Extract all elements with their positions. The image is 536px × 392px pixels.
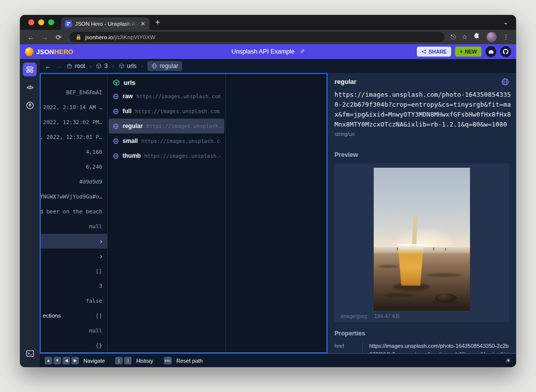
edit-title-icon[interactable]: ✎ xyxy=(300,48,305,55)
minimize-window-button[interactable] xyxy=(38,19,44,25)
path-back-icon[interactable]: ← xyxy=(45,63,51,70)
reload-icon[interactable]: ⟳ xyxy=(53,33,65,41)
github-icon xyxy=(502,48,509,55)
share-nodes-icon xyxy=(421,49,426,54)
jsonhero-favicon xyxy=(65,20,72,27)
json-row[interactable]: › xyxy=(41,234,107,249)
jsonhero-logo[interactable]: JSONHERO xyxy=(25,47,73,56)
json-row[interactable]: false xyxy=(41,293,107,308)
document-title: Unsplash API Example xyxy=(231,48,294,55)
page-url: jsonhero.io/j/tJIKnpVtY0XW xyxy=(85,34,155,40)
image-stone xyxy=(435,294,457,302)
json-row[interactable]: 4,160 xyxy=(41,144,107,159)
logo-text-json: JSON xyxy=(36,48,54,56)
breadcrumb-separator: › xyxy=(90,63,92,69)
json-row-value: 4,160 xyxy=(86,149,102,155)
column-title: urls xyxy=(124,79,135,86)
globe-icon xyxy=(113,153,119,159)
terminal-icon xyxy=(26,349,34,358)
new-tab-button[interactable]: + xyxy=(155,18,160,27)
properties-heading: Properties xyxy=(335,330,509,337)
json-row[interactable]: 1, 2022, 12:32:01 P… xyxy=(41,130,107,144)
url-bar[interactable]: 🔒 jsonhero.io/j/tJIKnpVtY0XW xyxy=(69,32,445,42)
json-row[interactable]: › xyxy=(41,249,107,263)
table-divider xyxy=(362,342,363,353)
json-row[interactable]: 6,240 xyxy=(41,159,107,174)
url-entry-regular[interactable]: regularhttps://images.unsplash.com… xyxy=(109,119,224,133)
urls-list: rawhttps://images.unsplash.com/ph…fullht… xyxy=(108,89,225,163)
cube-icon xyxy=(96,63,102,69)
breadcrumb-3[interactable]: 3 xyxy=(96,63,108,69)
terminal-button[interactable] xyxy=(23,346,37,360)
tab-search-chevron-icon[interactable]: ⌄ xyxy=(503,19,508,26)
url-entry-full[interactable]: fullhttps://images.unsplash.com/ph… xyxy=(109,104,224,119)
json-row[interactable]: null xyxy=(41,219,107,234)
profile-avatar[interactable] xyxy=(486,32,497,42)
breadcrumb-regular[interactable]: regular xyxy=(147,61,182,71)
share-page-icon[interactable]: ⎋ xyxy=(451,33,456,41)
extensions-puzzle-icon[interactable] xyxy=(473,33,480,41)
theme-toggle-icon[interactable]: ☀ xyxy=(505,357,511,364)
json-row[interactable]: null xyxy=(41,323,107,338)
close-window-button[interactable] xyxy=(28,19,34,25)
discord-icon xyxy=(488,49,494,55)
value-type-label: string/uri xyxy=(335,131,509,137)
json-row[interactable]: 0, 2022, 2:10:14 AM … xyxy=(41,100,107,115)
breadcrumb-label: root xyxy=(75,63,85,69)
history-label: History xyxy=(136,358,153,364)
breadcrumb-root[interactable]: root xyxy=(67,63,85,69)
bookmark-star-icon[interactable]: ☆ xyxy=(462,33,468,41)
preview-heading: Preview xyxy=(335,151,509,158)
json-row-value: [] xyxy=(96,268,102,274)
url-entry-small[interactable]: smallhttps://images.unsplash.com/p… xyxy=(109,133,224,148)
breadcrumb-label: urls xyxy=(127,63,136,69)
cube-icon xyxy=(113,79,120,86)
path-forward-icon[interactable]: → xyxy=(56,63,62,70)
key-left-icon: ◀ xyxy=(63,357,70,364)
json-row[interactable]: 7jYNGWX?wWVjYod9Ga#o… xyxy=(41,189,107,204)
json-row[interactable]: ections[] xyxy=(41,308,107,323)
json-row[interactable]: BEF_Eh6FmAI xyxy=(41,85,107,100)
json-row[interactable]: 3 xyxy=(41,278,107,293)
key-up-icon: ▲ xyxy=(45,357,52,364)
tab-close-icon[interactable]: ✕ xyxy=(140,21,145,27)
json-row[interactable]: 1, 2022, 12:32:02 PM… xyxy=(41,115,107,130)
browser-toolbar: ← → ⟳ 🔒 jsonhero.io/j/tJIKnpVtY0XW ⎋ ☆ ⋮ xyxy=(20,30,516,44)
key-right-icon: ▶ xyxy=(71,357,79,364)
globe-icon xyxy=(151,63,157,69)
lock-icon: 🔒 xyxy=(75,34,81,40)
logo-text-hero: HERO xyxy=(54,48,73,56)
discord-button[interactable] xyxy=(485,46,496,57)
navigate-label: Navigate xyxy=(83,358,105,364)
breadcrumb-separator: › xyxy=(141,63,143,69)
json-row-value: null xyxy=(89,223,103,230)
breadcrumb-urls[interactable]: urls xyxy=(119,63,136,69)
column-view-button[interactable] xyxy=(23,63,37,76)
property-value[interactable]: https://images.unsplash.com/photo-164350… xyxy=(369,342,509,353)
code-icon: </> xyxy=(27,84,33,90)
share-label: SHARE xyxy=(429,49,447,55)
github-button[interactable] xyxy=(500,46,511,57)
key-bracket-right: ] xyxy=(124,357,132,364)
share-button[interactable]: SHARE xyxy=(417,47,452,57)
json-row[interactable]: [] xyxy=(41,263,107,278)
json-row-key: ections xyxy=(43,313,61,319)
json-row[interactable]: old beer on the beach xyxy=(41,204,107,219)
url-entry-raw[interactable]: rawhttps://images.unsplash.com/ph… xyxy=(109,89,224,104)
editor-view-button[interactable]: </> xyxy=(23,80,37,94)
browser-menu-icon[interactable]: ⋮ xyxy=(503,33,509,41)
chevron-right-icon: › xyxy=(100,253,102,260)
browser-tab[interactable]: JSON Hero - Unsplash API Exa ✕ xyxy=(61,17,149,30)
maximize-window-button[interactable] xyxy=(48,19,54,25)
json-row[interactable]: #d9d9d9 xyxy=(41,174,107,189)
properties-table: href https://images.unsplash.com/photo-1… xyxy=(335,342,509,353)
detail-value[interactable]: https://images.unsplash.com/photo-164350… xyxy=(335,90,511,130)
url-entry-thumb[interactable]: thumbhttps://images.unsplash.com/… xyxy=(109,148,224,163)
json-row[interactable]: {} xyxy=(41,338,107,352)
back-icon[interactable]: ← xyxy=(25,33,37,41)
detail-panel: regular https://images.unsplash.com/phot… xyxy=(328,73,516,353)
key-down-icon: ▼ xyxy=(54,357,61,364)
new-button[interactable]: + NEW xyxy=(455,47,481,57)
forward-icon[interactable]: → xyxy=(39,33,51,41)
tree-view-button[interactable] xyxy=(23,98,37,112)
